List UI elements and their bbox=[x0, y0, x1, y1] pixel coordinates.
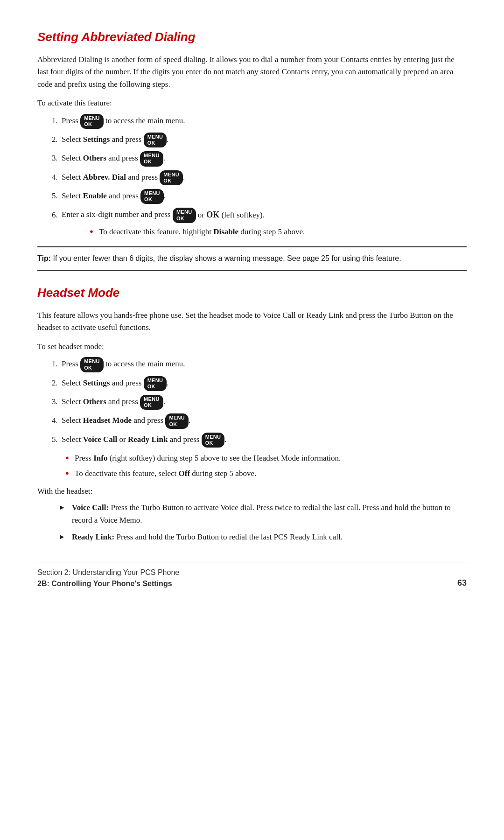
step-2: Select Settings and press MENUOK. bbox=[60, 133, 467, 147]
hs2-suffix: . bbox=[167, 378, 168, 387]
headset-steps-list: Press MENUOK to access the main menu. Se… bbox=[60, 357, 467, 448]
abbreviated-steps-list: Press MENUOK to access the main menu. Se… bbox=[60, 114, 467, 238]
intro-text-headset: This feature allows you hands-free phone… bbox=[37, 309, 467, 334]
tip-text: If you enter fewer than 6 digits, the di… bbox=[53, 254, 401, 262]
menu-btn-s4: MENUOK bbox=[160, 170, 183, 185]
menu-btn-hs5: MENUOK bbox=[202, 433, 225, 448]
step-4: Select Abbrev. Dial and press MENUOK. bbox=[60, 170, 467, 185]
headset-step-1: Press MENUOK to access the main menu. bbox=[60, 357, 467, 372]
menu-btn-hs4: MENUOK bbox=[165, 413, 189, 428]
menu-btn-s2: MENUOK bbox=[144, 133, 167, 147]
menu-btn-hs3: MENUOK bbox=[140, 395, 163, 410]
headset-arrow-list: Voice Call: Press the Turbo Button to ac… bbox=[60, 502, 467, 543]
hs1-text: Press bbox=[62, 359, 80, 368]
headset-step-3: Select Others and press MENUOK. bbox=[60, 395, 467, 410]
step-5-suffix: . bbox=[164, 191, 166, 200]
step-4-suffix: . bbox=[183, 173, 185, 182]
to-set-label: To set headset mode: bbox=[37, 341, 467, 353]
hs5-text: Select Voice Call or Ready Link and pres… bbox=[62, 435, 202, 444]
step-2-suffix: . bbox=[167, 135, 168, 144]
hs4-suffix: . bbox=[189, 416, 190, 425]
step-6-text: Enter a six-digit number and press bbox=[62, 210, 173, 219]
step-1: Press MENUOK to access the main menu. bbox=[60, 114, 467, 129]
step-3-suffix: . bbox=[163, 154, 165, 162]
hs4-text: Select Headset Mode and press bbox=[62, 416, 165, 425]
headset-step-4: Select Headset Mode and press MENUOK. bbox=[60, 413, 467, 428]
step-4-text: Select Abbrev. Dial and press bbox=[62, 173, 160, 182]
headset-step-5: Select Voice Call or Ready Link and pres… bbox=[60, 433, 467, 448]
menu-btn-s1: MENUOK bbox=[80, 114, 104, 129]
menu-btn-s5: MENUOK bbox=[140, 189, 164, 204]
step-6-bullets: To deactivate this feature, highlight Di… bbox=[90, 226, 467, 238]
step-1-suffix: to access the main menu. bbox=[104, 116, 185, 125]
headset-mode-section: Headset Mode This feature allows you han… bbox=[37, 284, 467, 543]
headset-bullet-list: Press Info (right softkey) during step 5… bbox=[65, 452, 467, 480]
hs5-suffix: . bbox=[224, 435, 226, 444]
hs2-text: Select Settings and press bbox=[62, 378, 144, 387]
footer-left-block: Section 2: Understanding Your PCS Phone … bbox=[37, 567, 179, 589]
step-3: Select Others and press MENUOK. bbox=[60, 151, 467, 166]
step-3-text: Select Others and press bbox=[62, 154, 140, 162]
step-6-or: or OK (left softkey). bbox=[196, 210, 265, 219]
with-headset-label: With the headset: bbox=[37, 485, 467, 497]
hs1-suffix: to access the main menu. bbox=[104, 359, 185, 368]
arrow-item-ready-link: Ready Link: Press and hold the Turbo But… bbox=[60, 531, 467, 543]
bullet-deactivate: To deactivate this feature, highlight Di… bbox=[90, 226, 467, 238]
step-5-text: Select Enable and press bbox=[62, 191, 140, 200]
footer-section-line: Section 2: Understanding Your PCS Phone bbox=[37, 567, 179, 578]
to-activate-label: To activate this feature: bbox=[37, 97, 467, 109]
footer-chapter-line: 2B: Controlling Your Phone's Settings bbox=[37, 578, 179, 589]
intro-text-abbreviated: Abbreviated Dialing is another form of s… bbox=[37, 54, 467, 91]
section-title-abbreviated: Setting Abbreviated Dialing bbox=[37, 28, 467, 46]
step-1-text: Press bbox=[62, 116, 80, 125]
step-2-text: Select Settings and press bbox=[62, 135, 144, 144]
menu-btn-s3: MENUOK bbox=[140, 151, 163, 166]
hs3-suffix: . bbox=[163, 397, 165, 406]
step-5: Select Enable and press MENUOK. bbox=[60, 189, 467, 204]
menu-btn-hs1: MENUOK bbox=[80, 357, 104, 372]
page-footer: Section 2: Understanding Your PCS Phone … bbox=[37, 562, 467, 589]
hs3-text: Select Others and press bbox=[62, 397, 140, 406]
headset-bullet-1: Press Info (right softkey) during step 5… bbox=[65, 452, 467, 464]
menu-btn-s6: MENUOK bbox=[173, 208, 196, 223]
headset-bullet-2: To deactivate this feature, select Off d… bbox=[65, 468, 467, 480]
tip-label: Tip: bbox=[37, 254, 51, 262]
step-6: Enter a six-digit number and press MENUO… bbox=[60, 208, 467, 238]
footer-page-number: 63 bbox=[457, 577, 467, 589]
tip-box: Tip: If you enter fewer than 6 digits, t… bbox=[37, 246, 467, 271]
section-title-headset: Headset Mode bbox=[37, 284, 467, 302]
headset-step-2: Select Settings and press MENUOK. bbox=[60, 376, 467, 391]
arrow-item-voice-call: Voice Call: Press the Turbo Button to ac… bbox=[60, 502, 467, 526]
menu-btn-hs2: MENUOK bbox=[144, 376, 167, 391]
abbreviated-dialing-section: Setting Abbreviated Dialing Abbreviated … bbox=[37, 28, 467, 271]
